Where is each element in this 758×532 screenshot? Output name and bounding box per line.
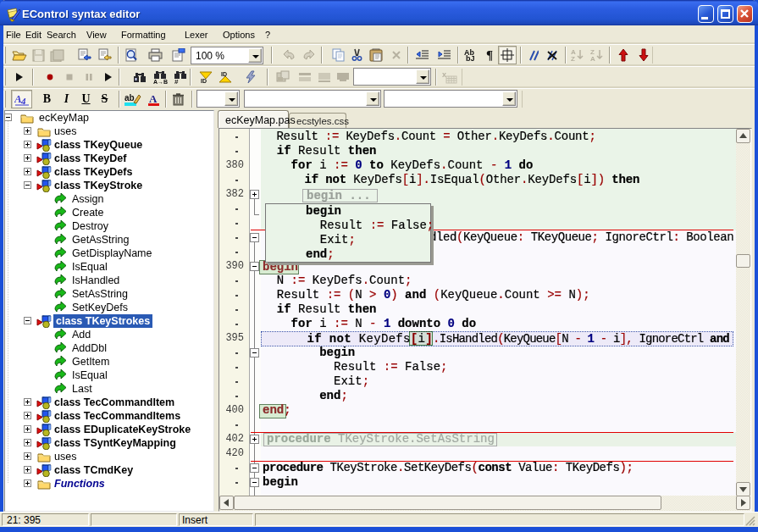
svg-text:ID: ID [201,78,207,84]
svg-text:#_: #_ [174,78,182,84]
svg-text:A: A [149,92,158,105]
svg-text:Z: Z [571,55,575,62]
svg-text:ab: ab [124,93,135,103]
svg-text:¶: ¶ [486,48,493,62]
svg-text:A→B: A→B [153,79,168,84]
svg-text:4: 4 [20,96,26,106]
svg-text:x: x [442,70,446,79]
svg-text:bJ: bJ [466,54,475,62]
svg-text:A: A [590,55,595,62]
svg-text:ID: ID [221,71,227,77]
